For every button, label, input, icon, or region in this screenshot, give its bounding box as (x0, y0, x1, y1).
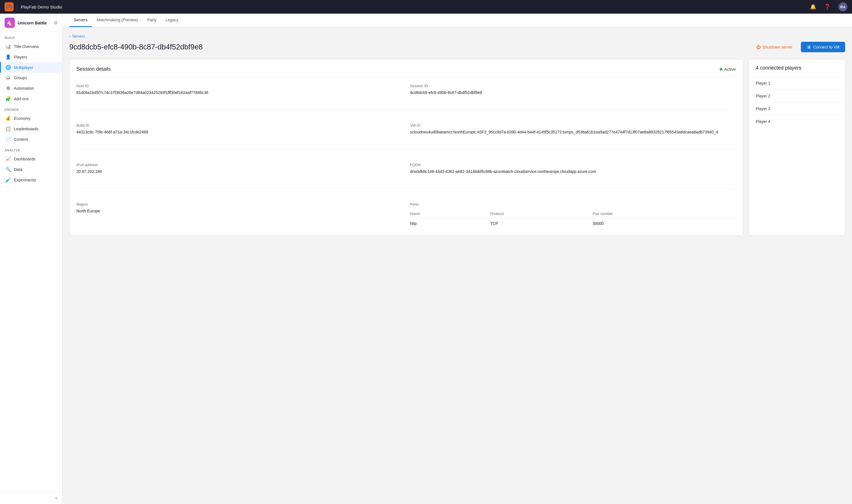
content-icon: 📄 (5, 137, 11, 142)
tab-matchmaking[interactable]: Matchmaking (Preview) (92, 14, 143, 27)
sidebar: 🦄 Unicorn Battle ⚙ BUILD 📊 Title Overvie… (0, 14, 62, 504)
ports-col-name: Name (410, 209, 490, 218)
divider-2 (76, 149, 736, 149)
sidebar-collapse-button[interactable]: « (55, 496, 58, 501)
app-body: 🦄 Unicorn Battle ⚙ BUILD 📊 Title Overvie… (0, 14, 852, 504)
sidebar-item-leaderboards[interactable]: 📋 Leaderboards (0, 124, 62, 134)
economy-icon: 💰 (5, 115, 11, 121)
sidebar-item-dashboards[interactable]: 📈 Dashboards (0, 154, 62, 164)
shutdown-button[interactable]: ⏻ Shutdown server (751, 42, 797, 52)
tab-servers[interactable]: Servers (69, 14, 92, 27)
ipv4-label: IPv4 address (76, 163, 402, 167)
page-content: ‹ Servers 9cd8dcb5-efc8-490b-8c87-db4f52… (62, 27, 852, 504)
region-value: North Europe (76, 208, 402, 214)
player-item: Player 1 (749, 77, 845, 90)
groups-icon: 🗂 (5, 75, 11, 80)
region-group: Region North Europe (76, 202, 402, 229)
leaderboards-icon: 📋 (5, 126, 11, 131)
sidebar-footer: « (0, 492, 62, 504)
sidebar-item-multiplayer[interactable]: 🌐 Multiplayer (0, 62, 62, 73)
breadcrumb-arrow: ‹ (69, 34, 70, 38)
connect-vm-button[interactable]: 🖥 Connect to VM (801, 42, 845, 52)
vm-id-label: VM ID (410, 123, 736, 127)
fqdn-value: dns0db8c149-44d3-4362-ab82-3414bdd5c88b-… (410, 169, 736, 175)
notification-icon[interactable]: 🔔 (810, 4, 816, 10)
build-id-label: Build ID (76, 123, 402, 127)
sidebar-item-automation[interactable]: ⚙ Automation (0, 83, 62, 93)
breadcrumb-text: Servers (72, 34, 85, 38)
title-overview-icon: 📊 (5, 44, 11, 49)
sidebar-item-players[interactable]: 👤 Players (0, 52, 62, 62)
sidebar-item-economy[interactable]: 💰 Economy (0, 113, 62, 124)
main-content: Servers Matchmaking (Preview) Party Lega… (62, 14, 852, 504)
page-header: 9cd8dcb5-efc8-490b-8c87-db4f52dbf9e8 ⏻ S… (69, 42, 845, 52)
fqdn-group: FQDN dns0db8c149-44d3-4362-ab82-3414bdd5… (410, 163, 736, 175)
sidebar-item-content[interactable]: 📄 Content (0, 134, 62, 145)
session-id-label: Session ID (410, 84, 736, 88)
status-dot (720, 68, 723, 71)
sidebar-item-groups[interactable]: 🗂 Groups (0, 73, 62, 83)
ports-col-protocol: Protocol (490, 209, 593, 218)
divider-1 (76, 109, 736, 110)
help-icon[interactable]: ❓ (824, 4, 830, 10)
status-badge: Active (720, 67, 736, 72)
player-item: Player 2 (749, 90, 845, 103)
fqdn-label: FQDN (410, 163, 736, 167)
settings-icon[interactable]: ⚙ (54, 20, 58, 25)
ipv4-group: IPv4 address 20.67.202.180 (76, 163, 402, 175)
vm-id-group: VM ID xcloudneu4ud0liaeamcr:NorthEurope:… (410, 123, 736, 135)
players-icon: 👤 (5, 54, 11, 60)
user-avatar[interactable]: RA (838, 2, 848, 11)
game-title: Unicorn Battle (18, 20, 47, 25)
status-text: Active (724, 67, 736, 72)
card-title: Session details (76, 66, 111, 72)
tab-legacy[interactable]: Legacy (161, 14, 183, 27)
port-number: 30000 (593, 218, 736, 229)
build-id-value: 44313c9c-75fe-466f-a71a-34c1fcde2489 (76, 129, 402, 135)
ports-col-number: Port number (593, 209, 736, 218)
ports-label: Ports (410, 202, 736, 206)
app-logo: 🎮 (4, 2, 14, 11)
port-name: http (410, 218, 490, 229)
port-row: http TCP 30000 (410, 218, 736, 229)
page-title: 9cd8dcb5-efc8-490b-8c87-db4f52dbf9e8 (69, 42, 203, 51)
sidebar-item-addons[interactable]: 🧩 Add-ons (0, 93, 62, 104)
port-protocol: TCP (490, 218, 593, 229)
content-grid: Session details Active Host ID 81d06a1bd… (69, 59, 845, 236)
players-card-title: 4 connected players (749, 59, 845, 77)
sidebar-item-title-overview[interactable]: 📊 Title Overview (0, 41, 62, 52)
ports-group: Ports Name Protocol Port number (410, 202, 736, 229)
page-actions: ⏻ Shutdown server 🖥 Connect to VM (751, 42, 845, 52)
ports-section: Name Protocol Port number http TCP 30000 (410, 209, 736, 229)
studio-title: PlayFab Demo Studio (21, 4, 62, 10)
divider-3 (76, 188, 736, 188)
engage-section-label: ENGAGE (0, 104, 62, 113)
session-id-group: Session ID 9cd8dcb5-efc8-490b-8c87-db4f5… (410, 84, 736, 96)
host-id-group: Host ID 81d06a1bd5f7c74c37f3636a26e7d84a… (76, 84, 402, 96)
detail-grid: Host ID 81d06a1bd5f7c74c37f3636a26e7d84a… (76, 84, 736, 229)
player-item: Player 4 (749, 115, 845, 128)
ipv4-value: 20.67.202.180 (76, 169, 402, 175)
sidebar-item-data[interactable]: 🔍 Data (0, 164, 62, 175)
experiments-icon: 🧪 (5, 177, 11, 183)
multiplayer-icon: 🌐 (5, 65, 11, 70)
shutdown-icon: ⏻ (756, 44, 761, 50)
vm-id-value: xcloudneu4ud0liaeamcr:NorthEurope:A5F3_9… (410, 129, 736, 135)
card-header: Session details Active (76, 66, 736, 77)
breadcrumb[interactable]: ‹ Servers (69, 34, 845, 38)
host-id-value: 81d06a1bd5f7c74c37f3636a26e7d84a02342529… (76, 90, 402, 96)
automation-icon: ⚙ (5, 86, 11, 91)
build-id-group: Build ID 44313c9c-75fe-466f-a71a-34c1fcd… (76, 123, 402, 135)
region-label: Region (76, 202, 402, 206)
game-logo: 🦄 (4, 18, 15, 28)
sidebar-header: 🦄 Unicorn Battle ⚙ (0, 14, 62, 32)
players-card: 4 connected players Player 1Player 2Play… (749, 59, 845, 236)
top-nav: 🎮 PlayFab Demo Studio 🔔 ❓ RA (0, 0, 852, 14)
sidebar-item-experiments[interactable]: 🧪 Experiments (0, 175, 62, 185)
nav-divider (17, 3, 17, 10)
players-list: Player 1Player 2Player 3Player 4 (749, 77, 845, 128)
ports-table: Name Protocol Port number http TCP 30000 (410, 209, 736, 229)
analyze-section-label: ANALYZE (0, 145, 62, 154)
tab-party[interactable]: Party (143, 14, 161, 27)
addons-icon: 🧩 (5, 96, 11, 101)
